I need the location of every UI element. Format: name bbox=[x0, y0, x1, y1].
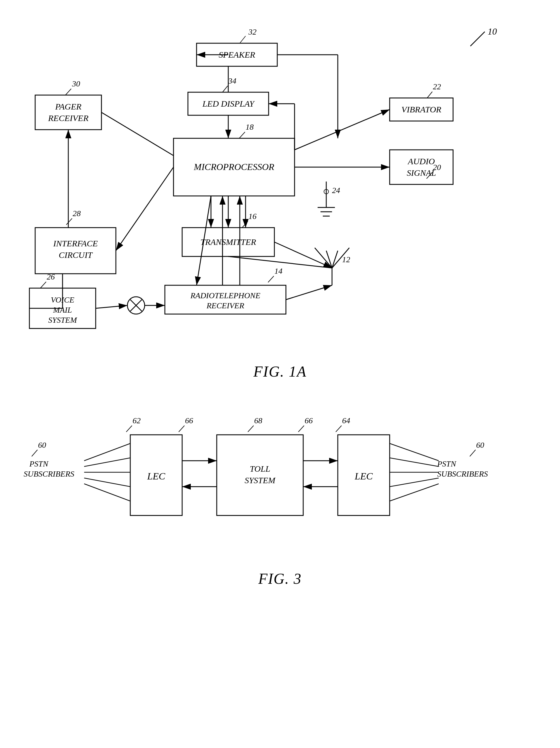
svg-text:28: 28 bbox=[73, 209, 81, 218]
svg-line-36 bbox=[242, 221, 248, 228]
svg-line-121 bbox=[390, 443, 439, 461]
svg-line-9 bbox=[65, 89, 71, 95]
svg-text:SIGNAL: SIGNAL bbox=[407, 168, 436, 178]
svg-line-22 bbox=[66, 218, 72, 225]
svg-line-73 bbox=[101, 112, 173, 156]
svg-text:TRANSMITTER: TRANSMITTER bbox=[200, 237, 256, 247]
svg-line-98 bbox=[84, 478, 130, 487]
svg-text:PSTN: PSTN bbox=[29, 459, 49, 468]
svg-line-45 bbox=[40, 282, 46, 288]
fig3-title: FIG. 3 bbox=[17, 570, 543, 587]
svg-text:RADIOTELEPHONE: RADIOTELEPHONE bbox=[190, 291, 260, 300]
svg-text:CIRCUIT: CIRCUIT bbox=[59, 250, 93, 260]
svg-text:AUDIO: AUDIO bbox=[407, 157, 435, 166]
svg-line-14 bbox=[223, 86, 228, 92]
svg-text:24: 24 bbox=[332, 186, 340, 195]
svg-rect-32 bbox=[390, 150, 453, 184]
svg-line-3 bbox=[470, 32, 485, 46]
svg-text:VIBRATOR: VIBRATOR bbox=[401, 104, 441, 114]
svg-line-92 bbox=[32, 450, 38, 457]
svg-line-122 bbox=[390, 458, 439, 467]
svg-line-71 bbox=[116, 167, 173, 251]
svg-text:60: 60 bbox=[38, 441, 46, 449]
svg-line-77 bbox=[228, 256, 332, 268]
svg-text:SYSTEM: SYSTEM bbox=[48, 315, 77, 324]
svg-text:SUBSCRIBERS: SUBSCRIBERS bbox=[437, 469, 488, 478]
svg-text:62: 62 bbox=[133, 416, 141, 425]
svg-text:66: 66 bbox=[305, 416, 313, 425]
svg-text:LEC: LEC bbox=[354, 471, 373, 482]
svg-line-96 bbox=[84, 458, 130, 467]
svg-line-125 bbox=[390, 484, 439, 501]
svg-text:INTERFACE: INTERFACE bbox=[53, 239, 97, 248]
svg-text:RECEIVER: RECEIVER bbox=[48, 113, 89, 123]
svg-line-52 bbox=[315, 248, 332, 268]
svg-line-82 bbox=[286, 285, 332, 300]
svg-text:LED DISPLAY: LED DISPLAY bbox=[202, 99, 255, 108]
svg-text:26: 26 bbox=[47, 272, 55, 281]
svg-text:SUBSCRIBERS: SUBSCRIBERS bbox=[24, 469, 74, 478]
svg-text:18: 18 bbox=[246, 122, 254, 132]
svg-text:TOLL: TOLL bbox=[250, 464, 270, 473]
svg-rect-110 bbox=[217, 435, 303, 515]
svg-text:34: 34 bbox=[228, 76, 236, 85]
svg-line-18 bbox=[427, 92, 432, 98]
svg-line-95 bbox=[84, 443, 130, 461]
svg-text:10: 10 bbox=[488, 26, 497, 37]
svg-text:MICROPROCESSOR: MICROPROCESSOR bbox=[193, 162, 274, 172]
svg-rect-10 bbox=[35, 95, 101, 130]
svg-line-54 bbox=[332, 251, 338, 268]
svg-line-114 bbox=[298, 426, 304, 432]
svg-line-105 bbox=[179, 426, 184, 432]
svg-line-40 bbox=[268, 276, 274, 282]
svg-text:16: 16 bbox=[249, 212, 257, 221]
svg-line-5 bbox=[240, 36, 246, 43]
svg-text:12: 12 bbox=[342, 255, 350, 264]
fig1a-diagram: 10 32 SPEAKER 30 PAGER RECEIVER 34 LED D… bbox=[21, 17, 539, 357]
svg-text:32: 32 bbox=[248, 27, 257, 36]
svg-text:PAGER: PAGER bbox=[55, 102, 81, 111]
svg-line-99 bbox=[84, 484, 130, 501]
svg-line-86 bbox=[96, 305, 127, 308]
svg-line-101 bbox=[126, 426, 132, 432]
svg-text:66: 66 bbox=[185, 416, 193, 425]
svg-line-127 bbox=[470, 450, 475, 457]
svg-text:PSTN: PSTN bbox=[437, 459, 457, 468]
svg-text:14: 14 bbox=[274, 266, 282, 276]
svg-text:22: 22 bbox=[433, 82, 441, 91]
svg-text:60: 60 bbox=[476, 441, 484, 449]
svg-line-124 bbox=[390, 478, 439, 487]
svg-line-118 bbox=[336, 426, 342, 432]
svg-text:SYSTEM: SYSTEM bbox=[244, 475, 276, 485]
fig3-diagram: 60 PSTN SUBSCRIBERS 62 LEC 66 bbox=[21, 397, 539, 564]
svg-line-78 bbox=[274, 242, 332, 268]
svg-line-109 bbox=[248, 426, 254, 432]
page: 10 32 SPEAKER 30 PAGER RECEIVER 34 LED D… bbox=[0, 0, 560, 748]
svg-text:64: 64 bbox=[342, 416, 350, 425]
svg-text:LEC: LEC bbox=[147, 471, 165, 482]
fig1a-title: FIG. 1A bbox=[17, 363, 543, 380]
svg-line-27 bbox=[239, 132, 245, 138]
svg-text:68: 68 bbox=[254, 416, 262, 425]
svg-text:30: 30 bbox=[72, 79, 80, 88]
svg-text:RECEIVER: RECEIVER bbox=[206, 301, 244, 310]
svg-line-69 bbox=[295, 110, 390, 150]
